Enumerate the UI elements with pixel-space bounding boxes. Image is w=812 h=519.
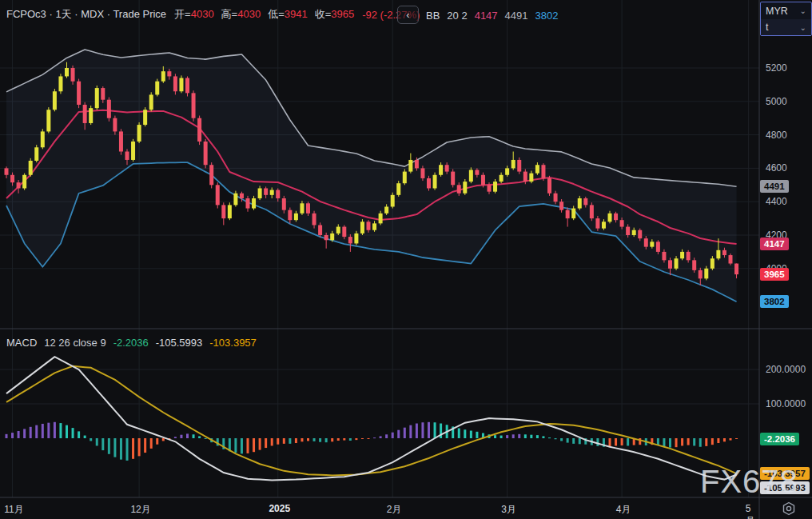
candle-body: [391, 195, 395, 207]
candle-body: [469, 170, 473, 182]
candle-body: [559, 202, 563, 210]
macd-histogram-bar: [675, 438, 678, 447]
candle-body: [602, 222, 606, 228]
macd-histogram-bar: [30, 427, 32, 438]
candle-body: [644, 238, 648, 246]
candle-body: [517, 160, 521, 172]
macd-histogram-bar: [23, 429, 26, 438]
ohlc-value: 4030: [191, 8, 214, 20]
candle-body: [620, 220, 624, 226]
macd-histogram-bar: [241, 438, 243, 453]
candle-body: [451, 172, 455, 186]
macd-histogram-bar: [205, 438, 207, 439]
macd-histogram-bar: [512, 434, 515, 438]
candle-body: [318, 225, 322, 235]
axis-tick-label: 200.0000: [766, 364, 806, 375]
timescale-settings-button[interactable]: [778, 501, 800, 517]
candle-body: [583, 198, 587, 205]
candle-body: [228, 205, 232, 218]
time-tick-label: 12月: [130, 503, 150, 517]
price-badge: 4491: [760, 180, 789, 193]
macd-histogram-bar: [198, 436, 201, 438]
axis-tick-label: 100.0000: [766, 398, 806, 409]
macd-histogram-bar: [735, 438, 738, 439]
unit-dropdown[interactable]: t ⌄: [761, 19, 811, 35]
candle-body: [264, 188, 268, 194]
macd-histogram-bar: [325, 438, 328, 442]
price-badge: -105.5993: [760, 481, 810, 494]
macd-histogram-bar: [138, 438, 141, 456]
macd-histogram-bar: [421, 422, 424, 438]
candle-body: [668, 260, 672, 268]
candle-body: [192, 93, 196, 118]
currency-dropdown[interactable]: MYR ⌄: [761, 2, 811, 19]
candle-body: [650, 242, 654, 246]
macd-histogram-bar: [355, 438, 357, 440]
axis-tick-label: 5000: [766, 96, 787, 107]
macd-histogram-bar: [385, 434, 388, 438]
candle-body: [276, 190, 280, 198]
time-tick-label: 5月: [746, 503, 755, 519]
macd-histogram-bar: [174, 437, 177, 438]
macd-histogram-bar: [397, 430, 400, 438]
symbol-legend: FCPOc3 · 1天 · MDX · Trade Price 开=4030高=…: [6, 7, 420, 22]
macd-params: 12 26 close 9: [44, 337, 105, 349]
candle-body: [571, 209, 575, 219]
ohlc-value: 3965: [331, 8, 354, 20]
candle-body: [662, 252, 666, 260]
time-scale[interactable]: 11月12月20252月3月4月5月: [0, 497, 759, 519]
candle-body: [488, 185, 492, 191]
ohlc-item: 低=3941: [268, 7, 308, 22]
ohlc-label: 高=: [221, 8, 238, 20]
collapse-legend-button[interactable]: ‹: [397, 6, 419, 24]
axis-tick-label: 4800: [766, 130, 787, 141]
candle-body: [197, 118, 201, 142]
candle-body: [216, 185, 220, 205]
macd-histogram-bar: [193, 434, 195, 438]
candle-body: [614, 214, 618, 220]
macd-histogram-bar: [699, 438, 702, 447]
candle-body: [638, 230, 642, 238]
candle-body: [149, 94, 153, 110]
price-scale[interactable]: 5200500048004600440042004000200.0000100.…: [759, 0, 812, 519]
candle-body: [554, 194, 558, 202]
macd-histogram-bar: [518, 434, 520, 438]
gear-icon: [782, 501, 796, 516]
candle-body: [342, 227, 346, 238]
macd-histogram-bar: [72, 428, 74, 438]
candle-body: [384, 206, 388, 213]
candle-body: [233, 194, 237, 206]
price-pane: [6, 50, 737, 301]
macd-histogram-bar: [54, 422, 56, 438]
ohlc-label: 开=: [174, 8, 191, 20]
macd-histogram-bar: [180, 435, 182, 438]
unit-value: t: [766, 22, 768, 33]
macd-histogram-bar: [404, 428, 406, 438]
candle-body: [294, 214, 298, 220]
candle-body: [420, 168, 424, 178]
macd-histogram-bar: [693, 438, 695, 445]
candle-body: [463, 182, 467, 194]
candle-body: [258, 188, 262, 198]
price-badge: 3802: [760, 295, 789, 308]
candle-body: [541, 165, 545, 178]
macd-histogram-bar: [66, 425, 68, 438]
ohlc-label: 低=: [268, 8, 285, 20]
macd-histogram-bar: [416, 424, 418, 438]
macd-histogram-bar: [711, 438, 714, 445]
time-tick-label: 2月: [387, 503, 402, 517]
candle-body: [475, 170, 479, 174]
macd-histogram-bar: [253, 438, 255, 452]
macd-histogram-bar: [313, 438, 316, 441]
chart-canvas[interactable]: [0, 0, 812, 519]
candle-body: [137, 125, 141, 142]
macd-histogram-bar: [361, 438, 364, 439]
macd-signal-line: [6, 366, 737, 476]
candle-body: [535, 165, 539, 173]
macd-histogram-bar: [524, 434, 527, 438]
candle-body: [656, 242, 660, 252]
candle-body: [734, 264, 738, 275]
time-tick-label: 2025: [269, 503, 290, 514]
chart-window: FCPOc3 · 1天 · MDX · Trade Price 开=4030高=…: [0, 0, 812, 519]
bb-value: 3802: [535, 10, 559, 22]
